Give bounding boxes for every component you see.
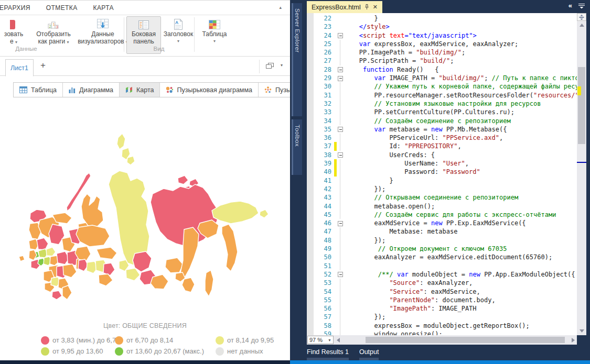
map-region[interactable]	[127, 156, 135, 165]
line-number: 34	[314, 117, 334, 125]
layout-dropdown-caret[interactable]: ▾	[281, 63, 283, 68]
map-region[interactable]	[165, 258, 183, 273]
collapse-region-icon[interactable]	[338, 76, 343, 81]
table-button[interactable]: Таблица ▾	[198, 16, 231, 54]
sheet-tab-list1[interactable]: Лист1	[5, 59, 34, 76]
collapse-region-icon[interactable]	[338, 152, 343, 158]
map-region[interactable]	[76, 225, 110, 247]
code-line: 51	[314, 262, 577, 270]
scrollbar-thumb[interactable]	[578, 67, 585, 144]
fold-margin	[337, 177, 344, 185]
window-list-icon[interactable]	[578, 3, 585, 9]
hscrollbar-thumb[interactable]	[366, 337, 565, 343]
fold-margin	[337, 193, 344, 202]
map-region[interactable]	[260, 209, 269, 218]
line-number: 28	[314, 65, 334, 74]
collapse-region-icon[interactable]	[338, 221, 343, 226]
collapse-region-icon[interactable]	[338, 127, 343, 132]
fold-margin	[337, 313, 344, 321]
map-region[interactable]	[151, 274, 168, 289]
map-region[interactable]	[212, 201, 259, 224]
map-region[interactable]	[29, 250, 37, 260]
find-results-tab[interactable]: Find Results 1	[307, 345, 349, 360]
map-region[interactable]	[46, 247, 56, 256]
map-region[interactable]	[99, 274, 113, 286]
collapse-chevrons-icon[interactable]: «	[568, 2, 572, 9]
tab-hierarchy[interactable]: ЕРАРХИЯ	[0, 4, 38, 12]
code-line: 52/**/ var moduleObject = new PP.App.Eax…	[314, 270, 577, 279]
map-region[interactable]	[52, 291, 62, 300]
map-region[interactable]	[117, 134, 125, 149]
code-editor[interactable]: 22}23</style>24<script text="text/javasc…	[307, 13, 577, 335]
code-line: 47Metabase: metabase	[314, 227, 577, 236]
code-line: 30// Укажем путь к корневой папке, содер…	[314, 82, 577, 91]
code-text: var metabase = new PP.Mb.Metabase({	[344, 125, 507, 134]
line-number: 24	[314, 31, 334, 40]
map-legend: от 3,83 (мин.) до 6,70от 6,70 до 8,14от …	[41, 335, 274, 357]
server-explorer-tab[interactable]: Server Explorer	[292, 3, 302, 116]
collapse-region-icon[interactable]	[338, 272, 343, 277]
add-sheet-button[interactable]: +	[38, 60, 48, 71]
fold-margin	[337, 14, 344, 23]
split-editor-grip[interactable]	[577, 13, 586, 21]
code-text: PP.ImagePath = "build/img/";	[344, 48, 465, 57]
map-region[interactable]	[205, 270, 213, 296]
line-number: 49	[314, 245, 334, 253]
tab-map[interactable]: КАРТА	[85, 4, 122, 12]
map-region[interactable]	[37, 238, 48, 250]
map-region[interactable]	[103, 263, 115, 275]
code-text: var IMAGE_PATH = "build/img/"; // Путь к…	[344, 74, 577, 82]
vertical-scrollbar[interactable]	[577, 13, 586, 335]
code-line: 36PPServiceUrl: "PPService.axd",	[314, 134, 577, 142]
line-number: 47	[314, 227, 334, 236]
document-tab-expressbox[interactable]: ExpressBox.html ✕	[307, 1, 382, 13]
code-line: 41}	[314, 177, 577, 185]
visualizer-data-button[interactable]: Данные визуализаторов ▾	[77, 16, 129, 54]
map-region[interactable]	[62, 285, 72, 300]
code-line: 39UserName: "User",	[314, 159, 577, 168]
close-tab-icon[interactable]: ✕	[373, 4, 378, 10]
legend-color-dot	[41, 347, 49, 356]
line-number: 43	[314, 193, 334, 202]
map-region[interactable]	[63, 264, 77, 278]
line-number: 40	[314, 168, 334, 176]
view-tab-map[interactable]: Карта	[120, 83, 160, 97]
code-line: 40Password: "Password"	[314, 168, 577, 176]
zoom-level-combobox[interactable]: 97 %▼	[307, 336, 334, 344]
map-region[interactable]	[182, 278, 195, 292]
map-region[interactable]	[81, 194, 103, 227]
line-number: 48	[314, 236, 334, 245]
ribbon-collapse-icon[interactable]: ▴	[279, 5, 282, 10]
toolbox-tab[interactable]: Toolbox	[292, 119, 302, 175]
view-tab-bubble-chart[interactable]: Пузырьковая диаграмма	[160, 83, 259, 97]
map-region[interactable]	[19, 256, 25, 261]
red-block-icon	[0, 17, 29, 30]
line-number: 57	[314, 313, 334, 321]
window-layout-icon[interactable]	[266, 63, 274, 69]
map-region[interactable]	[222, 224, 238, 271]
map-region[interactable]	[178, 175, 188, 184]
line-number: 27	[314, 57, 334, 65]
map-region[interactable]	[96, 247, 117, 259]
code-line: 32// Установим языковые настройки для ре…	[314, 100, 577, 108]
view-tab-chart[interactable]: Диаграмма	[63, 83, 120, 97]
horizontal-scrollbar[interactable]: 97 %▼	[307, 335, 577, 345]
zoom-dropdown-caret[interactable]: ▼	[328, 338, 331, 342]
fold-margin	[337, 270, 344, 279]
code-text: UserCreds: {	[344, 151, 435, 159]
code-text: "Service": eaxMdService,	[344, 288, 480, 296]
scroll-down-icon[interactable]	[577, 327, 586, 335]
tab-mark[interactable]: ОТМЕТКА	[38, 4, 85, 12]
view-tab-table[interactable]: Таблица	[14, 83, 63, 97]
scroll-up-icon[interactable]	[577, 21, 586, 29]
scroll-left-icon[interactable]	[337, 338, 340, 343]
pin-icon[interactable]	[364, 4, 369, 10]
bi-app-window: ЕРАРХИЯОТМЕТКАКАРТА ▴ зовать е ▾ 213 Ото…	[0, 0, 291, 361]
fold-margin	[337, 211, 344, 219]
collapse-region-icon[interactable]	[338, 67, 343, 72]
view-tab-bubble-tree[interactable]: Пузырьковое де	[259, 83, 291, 97]
collapse-region-icon[interactable]	[338, 33, 343, 38]
code-line: 57});	[314, 313, 577, 321]
scroll-right-icon[interactable]	[572, 338, 575, 343]
output-tab[interactable]: Output	[359, 345, 379, 360]
